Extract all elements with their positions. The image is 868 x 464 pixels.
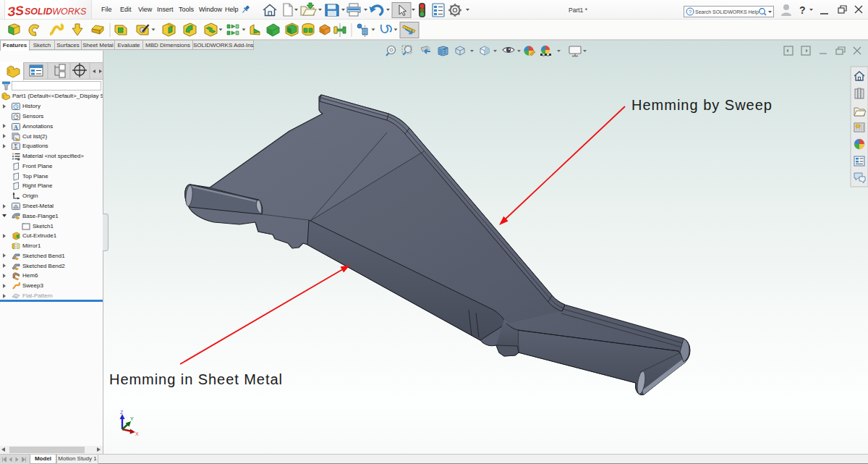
svg-text:Hemming by Sweep: Hemming by Sweep [631,97,773,113]
svg-text:X: X [135,431,139,436]
svg-text:Y: Y [130,416,134,421]
svg-text:Z: Z [120,410,124,415]
svg-text:Hemming in Sheet Metal: Hemming in Sheet Metal [109,371,283,387]
